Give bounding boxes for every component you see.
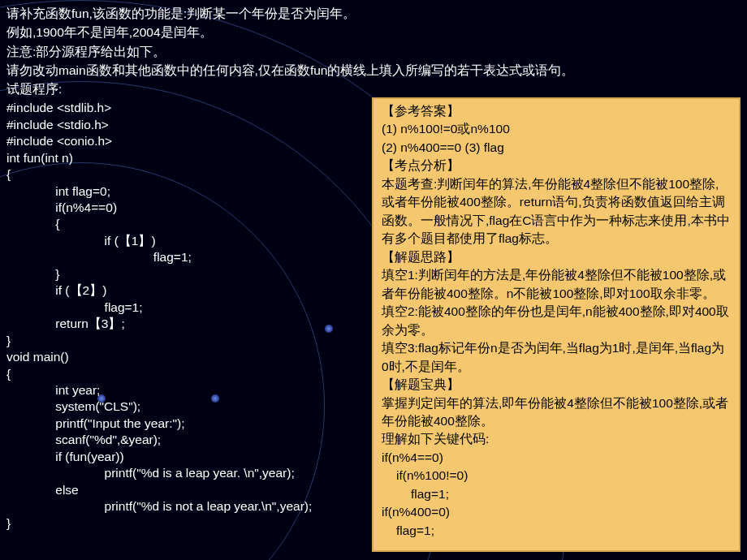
code-line: #include <stdlib.h> [6, 101, 111, 114]
code-line: if (fun(year)) [6, 450, 124, 463]
code-line: int year; [6, 383, 100, 397]
code-line: { [6, 217, 59, 230]
answer-code: flag=1; [382, 522, 731, 540]
code-line: #include <conio.h> [6, 134, 112, 148]
intro-line: 试题程序: [6, 80, 741, 98]
answer-text: 填空3:flag标记年份n是否为闰年,当flag为1时,是闰年,当flag为0时… [382, 339, 731, 376]
code-line: printf("Input the year:"); [6, 416, 184, 430]
code-line: printf("%d is not a leap year.\n",year); [6, 499, 312, 513]
answer-text: 填空1:判断闰年的方法是,年份能被4整除但不能被100整除,或者年份能被400整… [382, 266, 731, 303]
intro-line: 请勿改动main函数和其他函数中的任何内容,仅在函数fun的横线上填入所编写的若… [6, 61, 741, 80]
code-line: } [6, 267, 59, 281]
answer-text: 本题考查:判断闰年的算法,年份能被4整除但不能被100整除,或者年份能被400整… [382, 175, 731, 248]
code-line: flag=1; [6, 300, 143, 314]
code-line: system("CLS"); [6, 399, 140, 413]
code-line: if (【2】) [6, 283, 106, 297]
answer-code: if(n%4==0) [382, 449, 731, 467]
code-line: { [6, 167, 11, 181]
code-line: int fun(int n) [6, 151, 73, 165]
code-line: else [6, 483, 79, 497]
code-line: { [6, 367, 11, 381]
answer-text: 理解如下关键代码: [382, 430, 731, 448]
answer-text: 掌握判定闰年的算法,即年份能被4整除但不能被100整除,或者年份能被400整除。 [382, 394, 731, 431]
intro-line: 注意:部分源程序给出如下。 [6, 42, 741, 61]
code-line: void main() [6, 350, 69, 364]
answer-text: (1) n%100!=0或n%100 [382, 120, 731, 138]
code-line: scanf("%d",&year); [6, 433, 161, 446]
code-line: if (【1】) [6, 234, 156, 248]
answer-text: (2) n%400==0 (3) flag [382, 139, 731, 157]
code-line: printf("%d is a leap year. \n",year); [6, 466, 295, 480]
answer-text: 填空2:能被400整除的年份也是闰年,n能被400整除,即对400取余为零。 [382, 303, 731, 339]
code-line: } [6, 516, 11, 530]
code-line: flag=1; [6, 250, 192, 264]
answer-heading: 【考点分析】 [382, 157, 731, 174]
answer-heading: 【参考答案】 [382, 102, 731, 120]
problem-intro: 请补充函数fun,该函数的功能是:判断某一个年份是否为闰年。 例如,1900年不… [6, 4, 741, 98]
answer-panel: 【参考答案】 (1) n%100!=0或n%100 (2) n%400==0 (… [372, 97, 741, 552]
answer-heading: 【解题思路】 [382, 248, 731, 266]
code-line: return【3】; [6, 317, 125, 330]
answer-code: flag=1; [382, 485, 731, 503]
code-line: } [6, 334, 11, 347]
answer-heading: 【解题宝典】 [382, 376, 731, 394]
intro-line: 例如,1900年不是闰年,2004是闰年。 [6, 23, 741, 41]
code-line: #include <stdio.h> [6, 118, 109, 131]
code-line: if(n%4==0) [6, 200, 117, 214]
code-line: int flag=0; [6, 184, 110, 198]
answer-code: if(n%100!=0) [382, 467, 731, 485]
answer-code: if(n%400=0) [382, 503, 731, 521]
intro-line: 请补充函数fun,该函数的功能是:判断某一个年份是否为闰年。 [6, 4, 741, 23]
